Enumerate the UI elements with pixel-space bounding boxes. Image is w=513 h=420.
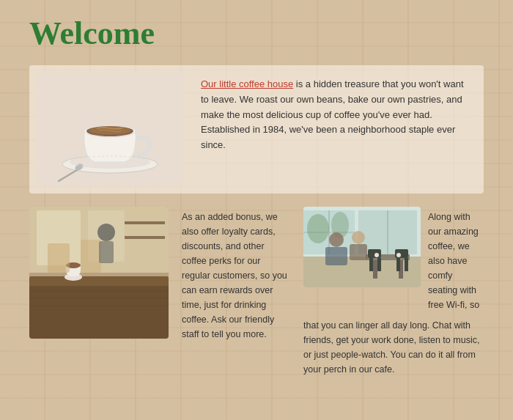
coffee-cup-image	[37, 73, 183, 186]
svg-rect-24	[99, 241, 114, 263]
svg-point-32	[307, 214, 329, 243]
svg-rect-36	[373, 260, 377, 279]
svg-rect-43	[405, 258, 408, 271]
svg-rect-45	[325, 247, 347, 265]
svg-rect-41	[395, 249, 408, 258]
svg-point-48	[374, 253, 379, 257]
svg-rect-42	[396, 258, 400, 271]
welcome-heading: Welcome	[29, 15, 484, 52]
coffee-house-link[interactable]: Our little coffee house	[201, 78, 293, 89]
svg-point-49	[396, 253, 401, 257]
top-section: Our little coffee house is a hidden trea…	[29, 65, 484, 194]
svg-rect-14	[29, 276, 169, 287]
wifi-bottom-text: that you can linger all day long. Chat w…	[303, 318, 484, 377]
svg-point-46	[352, 231, 365, 244]
bottom-section: As an added bonus, we also offer loyalty…	[29, 207, 484, 377]
svg-rect-38	[368, 249, 381, 258]
wifi-inline: Along with our amazing coffee, we also h…	[303, 207, 484, 315]
page-wrapper: Welcome	[0, 0, 513, 420]
svg-rect-40	[377, 258, 381, 271]
svg-point-23	[97, 224, 115, 241]
wifi-top-text: Along with our amazing coffee, we also h…	[427, 207, 484, 315]
seating-wifi-wrapper: Along with our amazing coffee, we also h…	[303, 207, 484, 377]
cafe-interior-image	[29, 207, 169, 339]
svg-point-44	[329, 232, 344, 247]
svg-rect-47	[350, 244, 367, 260]
svg-rect-13	[125, 236, 165, 239]
loyalty-text: As an added bonus, we also offer loyalty…	[177, 207, 295, 345]
seating-image	[303, 207, 421, 287]
svg-rect-21	[48, 243, 70, 273]
svg-rect-22	[81, 240, 101, 273]
intro-text: Our little coffee house is a hidden trea…	[198, 73, 476, 186]
svg-rect-12	[125, 221, 165, 224]
svg-rect-15	[29, 286, 169, 339]
svg-rect-39	[369, 258, 373, 271]
